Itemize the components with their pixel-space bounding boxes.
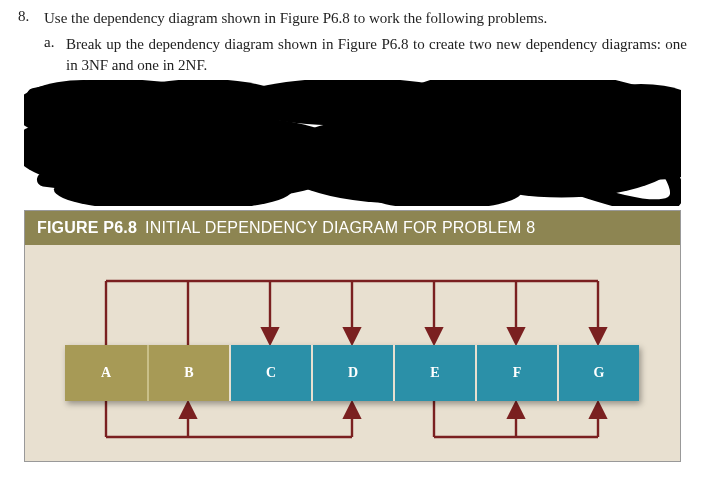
figure-container: FIGURE P6.8 INITIAL DEPENDENCY DIAGRAM F… [24, 210, 681, 462]
cell-a: A [65, 345, 147, 401]
cell-e: E [393, 345, 475, 401]
cell-f: F [475, 345, 557, 401]
question-number: 8. [18, 8, 44, 28]
redacted-region [24, 80, 681, 206]
figure-body: A B C D E F G [25, 245, 680, 461]
subpart-text: Break up the dependency diagram shown in… [66, 34, 687, 76]
question-text: Use the dependency diagram shown in Figu… [44, 8, 547, 28]
attribute-row: A B C D E F G [65, 345, 639, 401]
subpart-letter: a. [44, 34, 66, 76]
cell-d: D [311, 345, 393, 401]
figure-title: INITIAL DEPENDENCY DIAGRAM FOR PROBLEM 8 [145, 219, 535, 237]
figure-label: FIGURE P6.8 [37, 219, 137, 237]
figure-header: FIGURE P6.8 INITIAL DEPENDENCY DIAGRAM F… [25, 211, 680, 245]
cell-c: C [229, 345, 311, 401]
cell-g: G [557, 345, 639, 401]
scribble-icon [24, 80, 681, 205]
cell-b: B [147, 345, 229, 401]
